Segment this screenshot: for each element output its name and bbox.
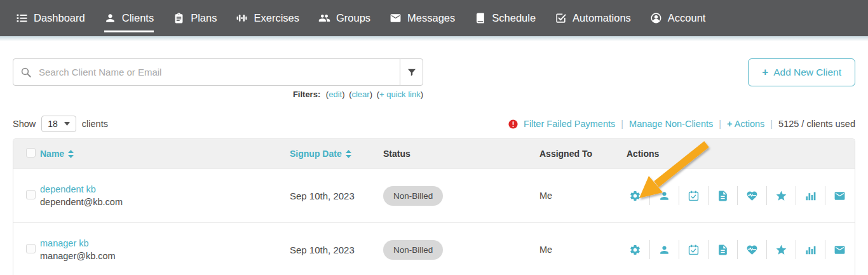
- filters-line: Filters: (edit) (clear) (+ quick link): [13, 90, 423, 99]
- user-circle-icon: [650, 12, 662, 24]
- star-icon[interactable]: [773, 244, 790, 256]
- nav-item-messages[interactable]: Messages: [390, 0, 455, 36]
- assigned-to: Me: [539, 191, 627, 201]
- status-badge: Non-Billed: [383, 186, 443, 206]
- filters-label: Filters:: [293, 90, 320, 99]
- table-header-row: Name Signup Date Status Assigned To Acti…: [13, 139, 855, 168]
- search-icon: [20, 67, 32, 78]
- filters-quick-link[interactable]: + quick link: [379, 90, 421, 99]
- divider: [649, 186, 650, 205]
- plus-icon: +: [762, 66, 768, 79]
- bar-chart-icon[interactable]: [802, 190, 819, 202]
- nav-item-exercises[interactable]: Exercises: [236, 0, 299, 36]
- divider: [766, 240, 767, 259]
- add-new-client-label: Add New Client: [773, 67, 841, 78]
- client-name-link[interactable]: manager kb: [40, 238, 290, 248]
- clients-table: Name Signup Date Status Assigned To Acti…: [13, 138, 855, 275]
- filter-button[interactable]: [400, 58, 423, 86]
- nav-item-plans[interactable]: Plans: [173, 0, 217, 36]
- divider: [766, 186, 767, 205]
- user-icon[interactable]: [656, 190, 673, 202]
- nav-item-label: Automations: [573, 12, 631, 24]
- show-count-select[interactable]: 18: [41, 116, 76, 132]
- funnel-icon: [407, 67, 417, 77]
- nav-item-label: Exercises: [254, 12, 299, 24]
- divider: [708, 240, 709, 259]
- dumbbell-icon: [236, 12, 248, 24]
- nav-item-dashboard[interactable]: Dashboard: [16, 0, 85, 36]
- heartbeat-icon[interactable]: [743, 244, 761, 256]
- bar-chart-icon[interactable]: [802, 244, 819, 256]
- nav-shadow: [0, 36, 868, 41]
- document-icon[interactable]: [714, 244, 731, 256]
- nav-item-clients[interactable]: Clients: [104, 0, 154, 36]
- nav-item-label: Groups: [336, 12, 370, 24]
- filters-clear-link[interactable]: clear: [351, 90, 369, 99]
- envelope-icon: [390, 12, 402, 24]
- nav-item-label: Account: [668, 12, 706, 24]
- clients-label: clients: [82, 119, 108, 129]
- filters-edit-link[interactable]: edit: [329, 90, 342, 99]
- header-signup-date[interactable]: Signup Date: [290, 149, 383, 159]
- client-email: dependent@kb.com: [40, 197, 123, 207]
- search-input-group: [13, 58, 423, 86]
- nav-item-schedule[interactable]: Schedule: [474, 0, 536, 36]
- divider: [825, 240, 825, 259]
- select-all-checkbox[interactable]: [26, 148, 36, 158]
- clients-used-counter: 5125 / clients used: [778, 119, 855, 129]
- nav-item-automations[interactable]: Automations: [555, 0, 631, 36]
- client-email: manager@kb.com: [40, 251, 116, 261]
- user-icon: [104, 12, 116, 24]
- client-name-link[interactable]: dependent kb: [40, 184, 290, 194]
- gear-icon[interactable]: [627, 190, 644, 202]
- table-row: manager kb manager@kb.com Sep 10th, 2023…: [13, 222, 855, 275]
- table-row: dependent kb dependent@kb.com Sep 10th, …: [13, 168, 855, 222]
- star-icon[interactable]: [773, 190, 790, 202]
- gear-icon[interactable]: [627, 244, 644, 256]
- plus-icon: +: [727, 119, 732, 129]
- envelope-icon[interactable]: [831, 244, 848, 256]
- book-icon: [474, 12, 486, 24]
- sort-icon: [346, 150, 351, 158]
- envelope-icon[interactable]: [831, 190, 848, 202]
- search-row: + Add New Client: [13, 58, 855, 86]
- heartbeat-icon[interactable]: [743, 190, 761, 202]
- divider: [737, 240, 738, 259]
- users-icon: [318, 12, 330, 24]
- header-status: Status: [383, 149, 539, 159]
- signup-date: Sep 10th, 2023: [290, 191, 383, 201]
- nav-item-account[interactable]: Account: [650, 0, 706, 36]
- row-checkbox[interactable]: [26, 244, 36, 253]
- assigned-to: Me: [539, 245, 627, 255]
- row-checkbox[interactable]: [26, 190, 36, 199]
- divider: [737, 186, 738, 205]
- user-icon[interactable]: [656, 244, 673, 256]
- add-new-client-button[interactable]: + Add New Client: [748, 58, 855, 86]
- filter-failed-payments-link[interactable]: Filter Failed Payments: [524, 119, 615, 129]
- clients-page: Dashboard Clients Plans Exercises Groups…: [0, 0, 868, 275]
- divider: [796, 186, 796, 205]
- divider: [649, 240, 650, 259]
- nav-item-label: Schedule: [492, 12, 536, 24]
- nav-item-label: Plans: [191, 12, 217, 24]
- divider: [708, 186, 709, 205]
- nav-item-label: Clients: [122, 12, 154, 24]
- nav-item-groups[interactable]: Groups: [318, 0, 370, 36]
- list-controls-row: Show 18 clients Filter Failed Payments |…: [13, 116, 855, 132]
- divider: [796, 240, 796, 259]
- actions-link[interactable]: + Actions: [727, 119, 764, 129]
- show-label: Show: [13, 119, 36, 129]
- header-name[interactable]: Name: [40, 149, 290, 159]
- signup-date: Sep 10th, 2023: [290, 245, 383, 255]
- nav-item-label: Messages: [407, 12, 455, 24]
- manage-non-clients-link[interactable]: Manage Non-Clients: [629, 119, 713, 129]
- row-actions: [627, 240, 855, 259]
- search-input[interactable]: [13, 58, 400, 86]
- chevron-down-icon: [64, 122, 70, 126]
- nav-item-label: Dashboard: [34, 12, 85, 24]
- header-actions: Actions: [627, 149, 855, 159]
- calendar-check-icon[interactable]: [685, 244, 702, 256]
- document-icon[interactable]: [714, 190, 731, 202]
- status-badge: Non-Billed: [383, 240, 443, 260]
- calendar-check-icon[interactable]: [685, 190, 702, 202]
